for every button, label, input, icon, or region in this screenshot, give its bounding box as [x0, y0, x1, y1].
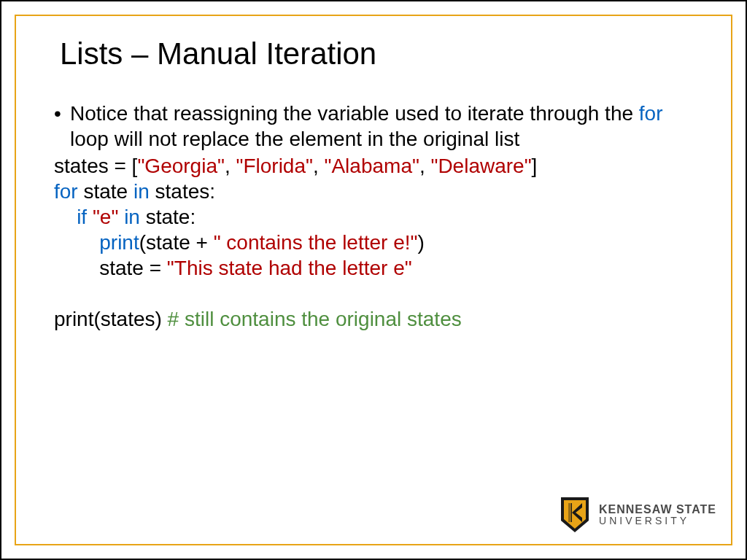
str: "Delaware" — [430, 155, 531, 177]
kw-in: in — [133, 180, 150, 203]
str: "Georgia" — [137, 155, 225, 177]
code-blank-line — [54, 281, 693, 306]
t: states: — [150, 180, 215, 203]
t: (state + — [139, 231, 214, 254]
slide-inner-frame: Lists – Manual Iteration • Notice that r… — [15, 15, 732, 545]
code-line-3: if "e" in state: — [54, 204, 693, 230]
str: "Florida" — [236, 155, 312, 177]
bullet-1-text: Notice that reassigning the variable use… — [70, 101, 693, 152]
str: " contains the letter e!" — [214, 231, 418, 254]
code-line-5: state = "This state had the letter e" — [54, 255, 693, 281]
comment: # still contains the original states — [168, 308, 462, 330]
t: , — [419, 155, 431, 177]
str: "This state had the letter e" — [167, 257, 412, 279]
ksu-shield-icon — [558, 496, 592, 534]
code-line-6: print(states) # still contains the origi… — [54, 306, 693, 332]
t: states = [ — [54, 155, 137, 177]
kw-for: for — [54, 180, 78, 203]
slide-body: • Notice that reassigning the variable u… — [54, 101, 693, 332]
code-line-1: states = ["Georgia", "Florida", "Alabama… — [54, 153, 693, 179]
t — [118, 206, 124, 228]
pad — [54, 206, 77, 228]
t: state: — [140, 206, 196, 228]
str: "e" — [93, 206, 118, 228]
logo-text: KENNESAW STATE UNIVERSITY — [599, 504, 716, 526]
t: ) — [417, 231, 424, 254]
bullet-post: loop will not replace the element in the… — [70, 128, 519, 150]
str: "Alabama" — [325, 155, 419, 177]
university-logo: KENNESAW STATE UNIVERSITY — [558, 496, 716, 534]
t: state = — [99, 257, 167, 279]
kw-if: if — [77, 206, 93, 228]
kw-in: in — [124, 206, 140, 228]
slide-title: Lists – Manual Iteration — [60, 36, 731, 71]
slide-outer-frame: Lists – Manual Iteration • Notice that r… — [0, 0, 747, 560]
bullet-pre: Notice that reassigning the variable use… — [70, 102, 639, 125]
pad — [54, 257, 99, 279]
logo-line1: KENNESAW STATE — [599, 504, 716, 516]
t: state — [78, 180, 133, 203]
code-block: states = ["Georgia", "Florida", "Alabama… — [54, 153, 693, 332]
t: print(states) — [54, 308, 168, 330]
t: , — [225, 155, 236, 177]
bullet-1: • Notice that reassigning the variable u… — [54, 101, 693, 152]
logo-line2: UNIVERSITY — [599, 516, 716, 526]
kw-print: print — [99, 231, 139, 254]
pad — [54, 231, 99, 254]
code-line-2: for state in states: — [54, 179, 693, 204]
t: ] — [532, 155, 538, 177]
t: , — [313, 155, 325, 177]
bullet-keyword-for: for — [639, 102, 663, 125]
code-line-4: print(state + " contains the letter e!") — [54, 230, 693, 255]
bullet-dot-icon: • — [54, 101, 70, 152]
